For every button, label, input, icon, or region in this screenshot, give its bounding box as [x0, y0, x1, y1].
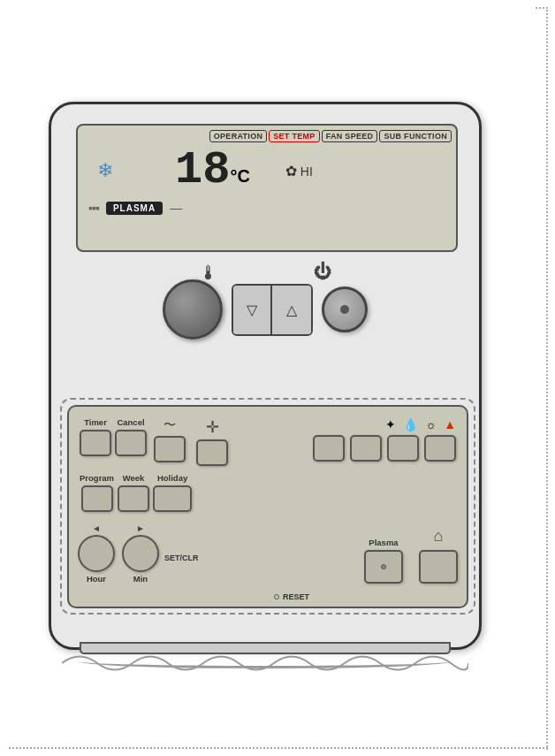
bottom-button-row: ◄ Hour ► Min SET/CLR Plasma: [78, 523, 458, 584]
fan-cross-cell: ✛: [196, 417, 228, 466]
warning-icon: ▲: [444, 417, 456, 431]
main-controls-row: ▽ △: [163, 279, 368, 340]
program-label: Program: [80, 473, 114, 483]
reset-dot: [274, 594, 279, 599]
thermostat-body: OPERATION SET TEMP FAN SPEED SUB FUNCTIO…: [49, 102, 482, 650]
temperature-value: 18: [175, 148, 230, 194]
min-arrow-icon: ►: [136, 523, 145, 533]
cancel-cell: Cancel: [115, 417, 147, 456]
plasma-btn-label: Plasma: [369, 538, 398, 547]
min-button[interactable]: [122, 535, 159, 572]
reset-label: RESET: [283, 592, 309, 601]
holiday-cell: Holiday: [153, 473, 192, 512]
display-content: ❄ 18 °C ✿ HI: [78, 144, 456, 197]
display-screen: OPERATION SET TEMP FAN SPEED SUB FUNCTIO…: [76, 124, 458, 252]
home-btn-cell: ⌂: [419, 527, 458, 584]
reset-section: RESET: [274, 592, 309, 601]
holiday-label: Holiday: [157, 473, 187, 483]
mode-button[interactable]: [163, 279, 223, 340]
plasma-dots-icon: ▪▪▪: [88, 201, 99, 215]
min-label: Min: [133, 574, 148, 584]
wavy-line: [62, 650, 468, 676]
wavy-button[interactable]: [154, 436, 186, 462]
mode-icons-row: ✦ 💧 ☼ ▲: [385, 417, 456, 431]
week-label: Week: [123, 473, 145, 483]
sub-function-label: SUB FUNCTION: [379, 130, 452, 142]
mode-btn-2[interactable]: [350, 435, 382, 462]
plasma-button[interactable]: [364, 550, 403, 584]
mode-btn-3[interactable]: [387, 435, 419, 462]
mode-btn-4[interactable]: [424, 435, 456, 462]
sun-icon: ☼: [425, 417, 437, 431]
plasma-btn-cell: Plasma: [364, 538, 403, 584]
set-clr-label: SET/CLR: [164, 554, 199, 562]
fan-label: HI: [300, 164, 313, 179]
hour-label: Hour: [87, 574, 106, 584]
snowflake-icon: ❄: [97, 159, 113, 182]
timer-button[interactable]: [80, 430, 111, 456]
dotted-border-bottom: [9, 747, 548, 749]
plasma-led: [381, 564, 386, 569]
plasma-display-label: PLASMA: [106, 202, 163, 215]
min-cell: ► Min: [122, 523, 159, 584]
hour-arrow-icon: ◄: [92, 523, 101, 533]
fan-display: ✿ HI: [285, 163, 313, 179]
dotted-border-right: [546, 7, 548, 750]
temp-unit: °C: [230, 166, 249, 187]
temp-adjust-group: ▽ △: [232, 284, 313, 336]
fan-mode-icon: ✦: [385, 417, 396, 431]
program-cell: Program: [80, 473, 114, 512]
power-button[interactable]: [322, 286, 368, 332]
fan-speed-label: FAN SPEED: [322, 130, 378, 142]
holiday-button[interactable]: [153, 485, 192, 512]
dotted-border-top-right: [536, 7, 548, 9]
timer-label: Timer: [84, 417, 107, 427]
week-button[interactable]: [118, 485, 149, 512]
power-dot: [340, 305, 349, 314]
plasma-bar: ▪▪▪ PLASMA —: [78, 199, 456, 217]
top-button-row: Timer Cancel 〜 ✛ ✦: [80, 417, 456, 466]
wavy-icon: 〜: [163, 417, 176, 433]
plasma-dash: —: [170, 201, 182, 215]
fan-symbol-icon: ✿: [285, 164, 297, 179]
wavy-cell: 〜: [154, 417, 186, 462]
cancel-label: Cancel: [117, 417, 144, 427]
set-temp-label: SET TEMP: [269, 130, 319, 142]
status-bar: OPERATION SET TEMP FAN SPEED SUB FUNCTIO…: [78, 126, 456, 144]
bottom-panel: Timer Cancel 〜 ✛ ✦: [67, 405, 468, 608]
timer-cell: Timer: [80, 417, 111, 456]
hour-button[interactable]: [78, 535, 115, 572]
fan-cross-button[interactable]: [196, 439, 228, 466]
mode-btn-1[interactable]: [313, 435, 345, 462]
temp-up-button[interactable]: △: [272, 286, 311, 334]
program-button[interactable]: [81, 485, 113, 512]
second-button-row: Program Week Holiday: [80, 473, 456, 512]
cancel-button[interactable]: [115, 430, 147, 456]
week-cell: Week: [118, 473, 149, 512]
temp-down-button[interactable]: ▽: [233, 286, 272, 334]
right-button-row: [313, 435, 456, 462]
drop-icon: 💧: [403, 417, 418, 431]
right-icons-section: ✦ 💧 ☼ ▲: [313, 417, 456, 462]
home-icon: ⌂: [434, 527, 444, 546]
home-button[interactable]: [419, 550, 458, 584]
hour-cell: ◄ Hour: [78, 523, 115, 584]
operation-label: OPERATION: [209, 130, 268, 142]
fan-cross-icon: ✛: [206, 417, 219, 437]
